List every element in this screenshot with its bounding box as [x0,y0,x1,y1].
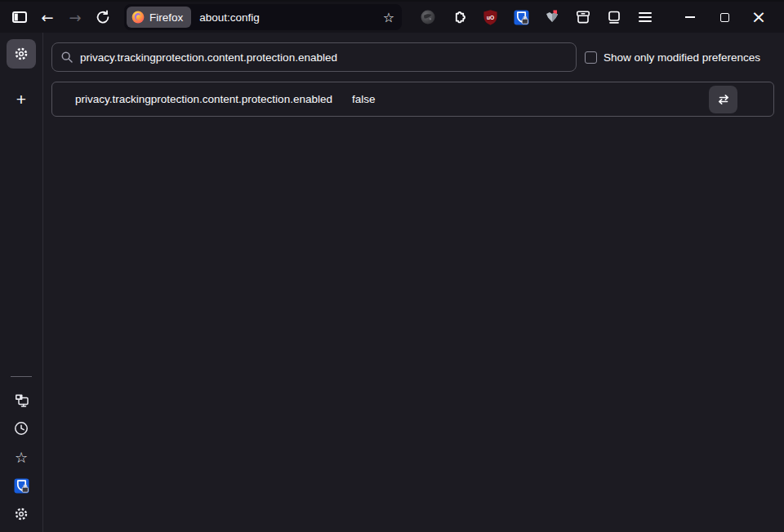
url-bar[interactable]: Firefox about:config ☆ [124,4,402,30]
settings-gear-icon[interactable] [8,504,34,524]
preference-name: privacy.trackingprotection.content.prote… [75,93,332,105]
swap-arrows-icon [715,91,732,108]
bitwarden-icon[interactable] [508,5,534,29]
ublock-origin-icon[interactable]: uO [477,5,503,29]
firefox-chip: Firefox [127,7,191,28]
forward-button[interactable]: → [62,5,88,29]
window-screen-icon[interactable] [601,5,627,29]
show-modified-checkbox[interactable] [585,51,597,64]
synced-tabs-icon[interactable] [8,390,34,410]
bookmarks-star-icon[interactable]: ☆ [8,447,34,467]
gear-icon [13,46,29,62]
bookmark-star-icon[interactable]: ☆ [377,7,400,28]
close-button[interactable]: × [742,4,776,30]
extension-icons: uO [415,5,658,29]
new-tab-button[interactable]: + [8,86,34,113]
search-row: Show only modified preferences [51,42,774,72]
preference-row: privacy.trackingprotection.content.prote… [51,82,774,117]
chip-label: Firefox [149,11,183,24]
bitwarden-sidebar-icon[interactable] [8,476,34,495]
search-icon [60,51,74,64]
search-box[interactable] [51,42,577,72]
menu-hamburger-icon[interactable] [632,5,658,29]
about-config-page: Show only modified preferences privacy.t… [43,33,784,532]
toggle-preference-button[interactable] [709,86,737,113]
violentmonkey-icon[interactable] [539,5,565,29]
preference-value: false [352,93,376,105]
tab-about-config[interactable] [7,39,36,69]
minimize-button[interactable] [673,4,707,30]
reload-button[interactable] [90,5,116,29]
svg-text:uO: uO [486,14,493,20]
archive-box-icon[interactable] [570,5,596,29]
vertical-tab-bar: + ☆ [0,33,43,532]
sidebar-toggle-icon[interactable] [7,5,33,29]
sidebar-divider [11,376,32,377]
show-modified-label: Show only modified preferences [604,51,760,64]
sidebar-bottom-tools: ☆ [8,376,34,524]
show-modified-filter[interactable]: Show only modified preferences [585,51,760,64]
url-text[interactable]: about:config [199,11,377,24]
back-button[interactable]: ← [34,5,60,29]
toolbar: ← → [0,0,784,33]
firefox-logo-icon [131,11,145,24]
history-clock-icon[interactable] [8,419,34,438]
window-body: + ☆ [0,33,784,532]
extensions-puzzle-icon[interactable] [446,5,472,29]
window-controls: × [673,4,776,30]
extension-globe-icon[interactable] [415,5,441,29]
maximize-button[interactable] [707,4,742,30]
browser-window: ← → [0,0,784,532]
preference-search-input[interactable] [80,51,568,64]
